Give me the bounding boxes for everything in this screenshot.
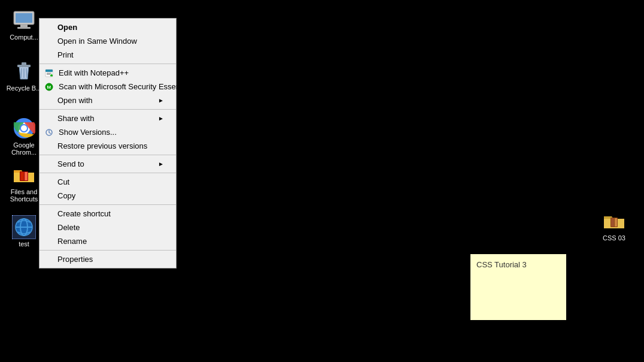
css03-folder-icon	[602, 209, 626, 233]
recycle-icon	[12, 59, 36, 83]
menu-item-delete[interactable]: Delete	[40, 221, 176, 234]
svg-text:M: M	[47, 85, 51, 90]
svg-rect-24	[45, 70, 53, 72]
menu-item-send-to[interactable]: Send to ►	[40, 157, 176, 171]
desktop: Comput... Recycle B...	[0, 0, 644, 362]
svg-point-12	[21, 125, 27, 131]
css03-label: CSS 03	[603, 234, 625, 242]
computer-label: Comput...	[10, 34, 38, 41]
menu-item-restore-previous[interactable]: Restore previous versions	[40, 139, 176, 153]
menu-item-create-shortcut[interactable]: Create shortcut	[40, 207, 176, 221]
notepad-icon: +	[44, 68, 54, 78]
ie-icon	[12, 215, 36, 239]
send-to-arrow: ►	[158, 161, 164, 167]
menu-separator-4	[40, 173, 176, 173]
svg-rect-3	[17, 27, 31, 29]
menu-item-scan[interactable]: M Scan with Microsoft Security Essential…	[40, 80, 176, 93]
menu-item-properties[interactable]: Properties	[40, 252, 176, 266]
menu-item-print[interactable]: Print	[40, 48, 176, 62]
chrome-icon	[12, 116, 36, 140]
context-menu: Open Open in Same Window Print + Edit wi…	[39, 18, 177, 269]
svg-rect-22	[615, 218, 617, 227]
menu-item-rename[interactable]: Rename	[40, 234, 176, 248]
chrome-label: GoogleChrom...	[11, 141, 37, 156]
svg-rect-5	[22, 62, 26, 65]
files-label: Files andShortcuts	[10, 188, 38, 203]
sticky-note: CSS Tutorial 3	[470, 254, 566, 320]
menu-separator-2	[40, 109, 176, 110]
ie-label: test	[19, 240, 29, 248]
menu-item-edit-notepad[interactable]: + Edit with Notepad++	[40, 66, 176, 80]
menu-item-show-versions[interactable]: Show Versions...	[40, 125, 176, 139]
security-essentials-icon: M	[44, 82, 54, 92]
svg-rect-15	[25, 172, 28, 180]
menu-item-share-with[interactable]: Share with ►	[40, 111, 176, 125]
menu-item-open-with[interactable]: Open with ►	[40, 93, 176, 107]
desktop-icon-css03[interactable]: CSS 03	[593, 207, 635, 244]
recycle-label: Recycle B...	[7, 85, 42, 92]
svg-rect-21	[611, 218, 614, 227]
svg-rect-1	[16, 13, 32, 23]
folder-icon	[12, 163, 36, 187]
share-with-arrow: ►	[158, 115, 164, 122]
open-with-arrow: ►	[158, 97, 164, 104]
computer-icon	[12, 8, 36, 32]
svg-rect-2	[20, 25, 28, 27]
menu-separator-5	[40, 204, 176, 205]
menu-item-open-same-window[interactable]: Open in Same Window	[40, 34, 176, 48]
sticky-note-text: CSS Tutorial 3	[476, 260, 527, 269]
menu-item-cut[interactable]: Cut	[40, 175, 176, 189]
menu-separator-1	[40, 64, 176, 64]
menu-separator-6	[40, 250, 176, 251]
versions-icon	[44, 128, 54, 137]
menu-item-open[interactable]: Open	[40, 20, 176, 34]
svg-text:+: +	[51, 74, 52, 77]
svg-rect-14	[20, 172, 24, 180]
menu-item-copy[interactable]: Copy	[40, 189, 176, 203]
menu-separator-3	[40, 155, 176, 155]
